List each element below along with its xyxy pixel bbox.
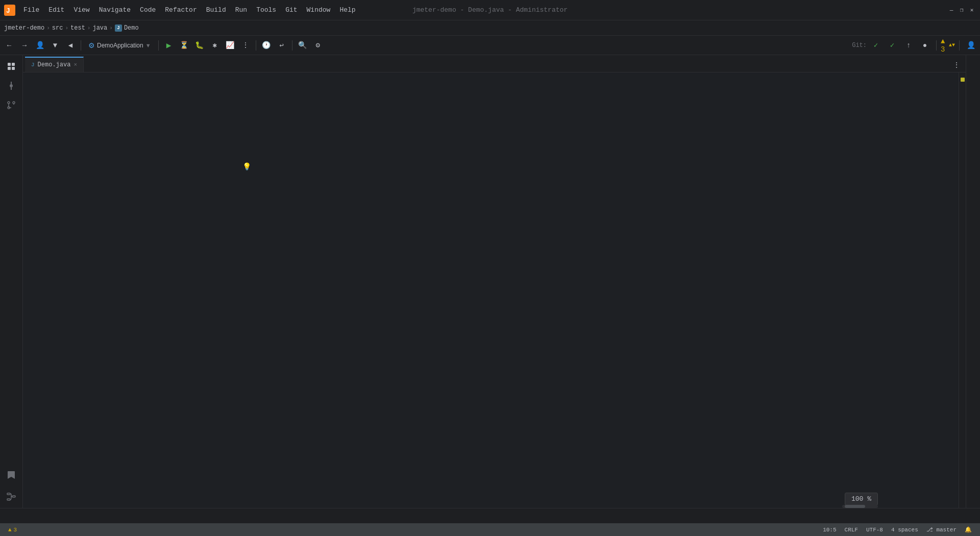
- lightbulb-icon[interactable]: 💡: [242, 162, 251, 171]
- sidebar-project-icon[interactable]: [2, 57, 20, 76]
- breadcrumb-current[interactable]: J Demo: [115, 25, 139, 32]
- code-editor[interactable]: 💡: [23, 72, 966, 508]
- coverage-button[interactable]: ✱: [208, 38, 222, 53]
- svg-rect-4: [8, 67, 11, 70]
- toolbar: ← → 👤 ▼ ◀ ⚙ DemoApplication ▼ ▶ ⏳ 🐛 ✱ 📈 …: [0, 36, 980, 55]
- zoom-popup: 100 %: [845, 493, 878, 505]
- warnings-button[interactable]: ▲ 3 ▲ ▼: [941, 38, 955, 53]
- undo-button[interactable]: ↩: [275, 38, 289, 53]
- sidebar-bookmarks-icon[interactable]: [2, 466, 20, 484]
- user-button[interactable]: 👤: [33, 38, 47, 53]
- status-notifications[interactable]: 🔔: [961, 523, 976, 536]
- debug-button[interactable]: 🐛: [192, 38, 207, 53]
- sidebar-git-icon[interactable]: [2, 96, 20, 114]
- breadcrumb-sep-2: ›: [65, 25, 68, 31]
- menu-edit[interactable]: Edit: [44, 4, 68, 16]
- tab-close-button[interactable]: ×: [74, 62, 77, 68]
- run-config-dropdown-icon: ▼: [145, 42, 151, 48]
- breadcrumb-project[interactable]: jmeter-demo: [4, 25, 44, 32]
- git-push-button[interactable]: ↑: [901, 38, 916, 53]
- toolbar-separator-3: [256, 40, 256, 51]
- status-position[interactable]: 10:5: [819, 523, 840, 536]
- main-layout: J Demo.java × ⋮ 💡 100 %: [0, 55, 980, 508]
- toolbar-separator-5: [936, 40, 937, 51]
- profile-button[interactable]: 📈: [223, 38, 237, 53]
- code-content[interactable]: [47, 72, 959, 508]
- toolbar-separator-6: [959, 40, 960, 51]
- build-button[interactable]: ⏳: [177, 38, 191, 53]
- menu-file[interactable]: File: [19, 4, 43, 16]
- breadcrumb-sep-3: ›: [87, 25, 91, 31]
- right-sidebar: [966, 55, 980, 508]
- menu-run[interactable]: Run: [231, 4, 251, 16]
- forward-button[interactable]: →: [17, 38, 32, 53]
- breadcrumb-src[interactable]: src: [52, 25, 63, 32]
- status-right: 10:5 CRLF UTF-8 4 spaces ⎇ master 🔔: [819, 523, 976, 536]
- minimize-button[interactable]: —: [947, 6, 955, 14]
- maximize-button[interactable]: ❐: [958, 6, 966, 14]
- demo-java-tab[interactable]: J Demo.java ×: [25, 57, 84, 72]
- more-run-button[interactable]: ⋮: [238, 38, 253, 53]
- warning-icon: ▲: [8, 527, 12, 533]
- svg-rect-14: [7, 499, 10, 500]
- run-config-name: DemoApplication: [97, 42, 143, 49]
- status-bar: ▲ 3 10:5 CRLF UTF-8 4 spaces ⎇ master 🔔: [0, 523, 980, 536]
- status-line-ending[interactable]: CRLF: [841, 523, 862, 536]
- sidebar-commit-icon[interactable]: [2, 77, 20, 95]
- git-history-button[interactable]: ●: [918, 38, 932, 53]
- status-indent[interactable]: 4 spaces: [887, 523, 922, 536]
- sidebar-structure-icon[interactable]: [2, 488, 20, 506]
- status-warnings[interactable]: ▲ 3: [4, 523, 21, 536]
- warning-count: ▲ 3: [941, 37, 949, 54]
- git-check-button[interactable]: ✓: [869, 38, 883, 53]
- breadcrumb-sep-4: ›: [109, 25, 113, 31]
- nav-bar: jmeter-demo › src › test › java › J Demo: [0, 20, 980, 36]
- java-icon: J: [115, 25, 122, 32]
- menu-help[interactable]: Help: [335, 4, 359, 16]
- user-dropdown[interactable]: ▼: [48, 38, 62, 53]
- breadcrumb-sep-1: ›: [46, 25, 50, 31]
- warning-chevron-down: ▼: [952, 42, 955, 48]
- menu-window[interactable]: Window: [303, 4, 335, 16]
- scrollbar-track[interactable]: [959, 72, 966, 508]
- git-branch-button[interactable]: ✓: [885, 38, 899, 53]
- editor-container: J Demo.java × ⋮ 💡 100 %: [23, 55, 966, 508]
- back-button[interactable]: ←: [2, 38, 16, 53]
- tab-more-button[interactable]: ⋮: [949, 58, 964, 72]
- svg-point-6: [10, 84, 13, 87]
- svg-rect-3: [12, 63, 15, 66]
- search-button[interactable]: 🔍: [296, 38, 310, 53]
- menu-build[interactable]: Build: [202, 4, 230, 16]
- status-encoding[interactable]: UTF-8: [862, 523, 887, 536]
- toolbar-right: Git: ✓ ✓ ↑ ● ▲ 3 ▲ ▼ 👤: [852, 38, 978, 53]
- line-numbers: [23, 72, 47, 508]
- svg-rect-2: [8, 63, 11, 66]
- avatar[interactable]: 👤: [964, 38, 978, 53]
- left-sidebar: [0, 55, 23, 508]
- history-button[interactable]: 🕐: [259, 38, 274, 53]
- bottom-panel: [0, 508, 980, 523]
- svg-rect-5: [12, 67, 15, 70]
- close-button[interactable]: ✕: [968, 6, 976, 14]
- run-button[interactable]: ▶: [162, 38, 176, 53]
- menu-view[interactable]: View: [69, 4, 93, 16]
- breadcrumb-java[interactable]: java: [92, 25, 107, 32]
- scrollbar-thumb[interactable]: [845, 505, 865, 508]
- menu-refactor[interactable]: Refactor: [161, 4, 201, 16]
- title-bar: J FileEditViewNavigateCodeRefactorBuildR…: [0, 0, 980, 20]
- settings-button[interactable]: ⚙: [311, 38, 325, 53]
- toolbar-separator-2: [158, 40, 159, 51]
- svg-point-9: [8, 102, 10, 104]
- svg-rect-13: [12, 496, 15, 497]
- breadcrumb-test[interactable]: test: [70, 25, 85, 32]
- warning-count-status: 3: [14, 527, 17, 533]
- nav-back-button[interactable]: ◀: [63, 38, 78, 53]
- status-branch[interactable]: ⎇ master: [922, 523, 961, 536]
- menu-code[interactable]: Code: [136, 4, 160, 16]
- menu-git[interactable]: Git: [281, 4, 301, 16]
- run-config-button[interactable]: ⚙ DemoApplication ▼: [84, 39, 155, 52]
- menu-tools[interactable]: Tools: [252, 4, 280, 16]
- window-controls: — ❐ ✕: [947, 6, 976, 14]
- horizontal-scrollbar[interactable]: [842, 505, 878, 508]
- menu-navigate[interactable]: Navigate: [95, 4, 135, 16]
